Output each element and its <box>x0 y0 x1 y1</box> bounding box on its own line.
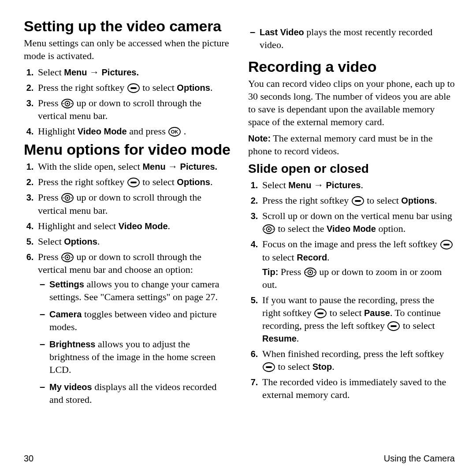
tip-block: Tip: Press up or down to zoom in or zoom… <box>262 265 455 291</box>
list-item: Camera toggles between video and picture… <box>49 308 231 333</box>
recording-steps-list: Select Menu → Pictures. Press the right … <box>248 178 455 401</box>
recording-intro: You can record video clips on your phone… <box>248 77 455 128</box>
list-item: Select Menu → Pictures. <box>260 178 455 191</box>
carryover-list: Last Video plays the most recently recor… <box>248 26 455 51</box>
softkey-icon <box>127 83 140 93</box>
list-item: Select Menu → Pictures. <box>36 66 231 78</box>
ok-button-icon <box>168 126 181 137</box>
softkey-icon <box>314 308 327 319</box>
softkey-icon <box>351 196 364 206</box>
list-item: Last Video plays the most recently recor… <box>260 26 455 51</box>
softkey-icon <box>440 239 453 250</box>
intro-text: Menu settings can only be accessed when … <box>24 37 231 62</box>
heading-menu-options: Menu options for video mode <box>24 141 231 158</box>
list-item: The recorded video is immediately saved … <box>260 376 455 401</box>
nav-wheel-icon <box>61 98 74 109</box>
list-item: Focus on the image and press the left so… <box>260 238 455 290</box>
left-column: Setting up the video camera Menu setting… <box>24 18 231 448</box>
heading-setup-video-camera: Setting up the video camera <box>24 18 231 35</box>
list-item: Settings allows you to change your camer… <box>49 278 231 303</box>
heading-slide-open-closed: Slide open or closed <box>248 162 455 176</box>
nav-wheel-icon <box>262 224 275 234</box>
softkey-icon <box>262 362 275 372</box>
softkey-icon <box>387 321 400 331</box>
heading-recording-video: Recording a video <box>248 58 455 75</box>
sub-options-list: Settings allows you to change your camer… <box>38 278 231 406</box>
list-item: Press the right softkey to select Option… <box>36 81 231 94</box>
list-item: If you want to pause the recording, pres… <box>260 294 455 345</box>
list-item: Scroll up or down on the vertical menu b… <box>260 209 455 235</box>
setup-steps-list: Select Menu → Pictures. Press the right … <box>24 66 231 138</box>
list-item: Press up or down to scroll through the v… <box>36 97 231 122</box>
page-footer: 30 Using the Camera <box>24 448 455 464</box>
nav-wheel-icon <box>304 267 317 278</box>
list-item: With the slide open, select Menu → Pictu… <box>36 160 231 173</box>
list-item: Highlight and select Video Mode. <box>36 219 231 232</box>
right-column: Last Video plays the most recently recor… <box>248 18 455 448</box>
list-item: Press up or down to scroll through the v… <box>36 250 231 406</box>
section-title: Using the Camera <box>384 454 455 464</box>
list-item: Select Options. <box>36 235 231 248</box>
list-item: Press up or down to scroll through the v… <box>36 191 231 216</box>
note-block: Note: The external memory card must be i… <box>248 132 455 157</box>
list-item: Press the right softkey to select Option… <box>260 194 455 207</box>
nav-wheel-icon <box>61 252 74 263</box>
two-column-layout: Setting up the video camera Menu setting… <box>24 18 455 448</box>
list-item: My videos displays all the videos record… <box>49 380 231 406</box>
page-number: 30 <box>24 454 33 464</box>
nav-wheel-icon <box>61 193 74 203</box>
menu-options-steps-list: With the slide open, select Menu → Pictu… <box>24 160 231 406</box>
list-item: Brightness allows you to adjust the brig… <box>49 338 231 376</box>
softkey-icon <box>127 177 140 188</box>
list-item: Press the right softkey to select Option… <box>36 175 231 188</box>
list-item: Highlight Video Mode and press . <box>36 125 231 138</box>
list-item: When finished recording, press the left … <box>260 347 455 373</box>
manual-page: Setting up the video camera Menu setting… <box>0 0 476 476</box>
